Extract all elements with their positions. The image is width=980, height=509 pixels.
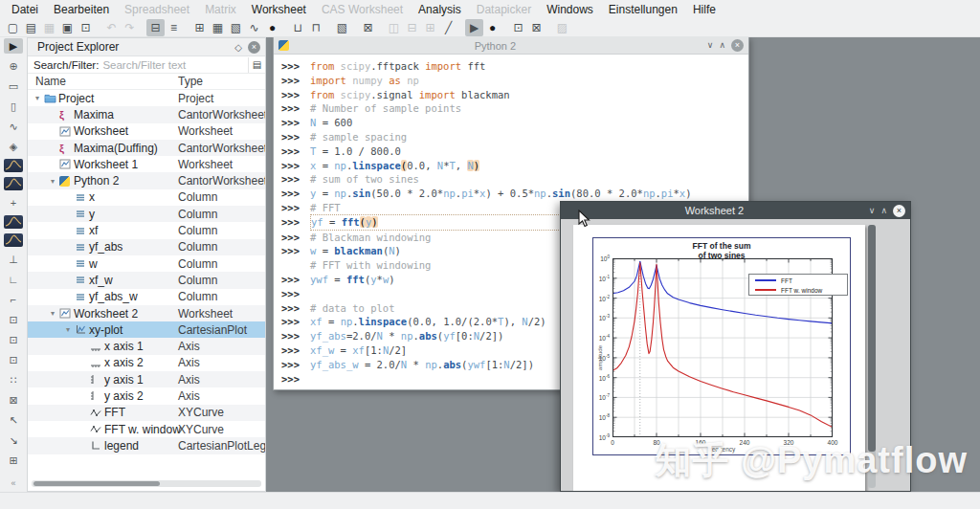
tree-row-python-2[interactable]: ▾Python 2CantorWorksheet xyxy=(28,172,265,188)
collapse-strip-icon[interactable]: « xyxy=(11,478,15,488)
filter-options-button[interactable]: ▤ xyxy=(248,57,265,73)
maximize-icon[interactable]: ∧ xyxy=(719,41,725,50)
zoom-region-3-icon[interactable]: ⊡ xyxy=(4,352,23,367)
menu-einstellungen[interactable]: Einstellungen xyxy=(601,1,685,18)
shift-up-left-icon[interactable]: ↖ xyxy=(4,412,23,428)
project-tree: ▾ProjectProjectξMaximaCantorWorksheetWor… xyxy=(28,90,265,478)
selection-box-icon[interactable]: ⊠ xyxy=(4,392,23,408)
tree-row-w[interactable]: wColumn xyxy=(28,255,265,272)
tree-row-xf-w[interactable]: xf_wColumn xyxy=(28,272,265,288)
cross-arrows-icon[interactable]: + xyxy=(4,195,23,210)
plot-template-2-icon[interactable] xyxy=(4,177,23,190)
scrollbar-thumb[interactable] xyxy=(33,481,160,486)
tree-row-x[interactable]: xColumn xyxy=(28,189,265,206)
zoom-select-icon[interactable]: ⊡ xyxy=(509,19,527,36)
worksheet-window-titlebar[interactable]: Worksheet 2 ∨ ∧ × xyxy=(561,202,910,219)
column-icon xyxy=(75,258,89,269)
shape-tall-rect-icon[interactable]: ▯ xyxy=(4,99,23,114)
expand-arrow-icon[interactable]: ▾ xyxy=(35,94,44,102)
tree-row-fft[interactable]: FFTXYCurve xyxy=(28,405,265,421)
minimize-icon[interactable]: ∨ xyxy=(869,207,876,215)
grid-icon[interactable]: ⊞ xyxy=(4,453,23,468)
tree-row-legend[interactable]: legendCartesianPlotLege... xyxy=(28,437,265,454)
new-matrix-icon[interactable]: ▦ xyxy=(209,19,227,36)
plot-template-3-icon[interactable] xyxy=(4,215,23,229)
zoom-region-1-icon[interactable]: ⊡ xyxy=(4,312,23,327)
tree-row-y-axis-2[interactable]: y axis 2Axis xyxy=(28,387,265,404)
tree-row-project[interactable]: ▾ProjectProject xyxy=(28,90,265,106)
tree-row-worksheet-2[interactable]: ▾Worksheet 2Worksheet xyxy=(28,305,265,321)
break-layout-icon[interactable]: ╱ xyxy=(439,19,457,36)
tree-row-xy-plot[interactable]: ▾xy-plotCartesianPlot xyxy=(28,321,265,338)
print-preview-icon[interactable]: ⊡ xyxy=(77,19,95,36)
import-data-icon[interactable]: ⊓ xyxy=(307,19,325,36)
expand-arrow-icon[interactable]: ▾ xyxy=(51,177,59,186)
select-mode-icon[interactable]: ▶ xyxy=(465,19,483,36)
new-notes-icon[interactable]: ∿ xyxy=(245,19,263,36)
tree-row-yf-abs[interactable]: yf_absColumn xyxy=(28,239,265,255)
column-header-type[interactable]: Type xyxy=(178,75,203,88)
menu-analysis[interactable]: Analysis xyxy=(411,1,469,18)
column-header-name[interactable]: Name xyxy=(28,75,66,88)
zoom-region-2-icon[interactable]: ⊡ xyxy=(4,332,23,347)
zoom-mode-icon[interactable]: ● xyxy=(483,19,501,36)
new-spreadsheet-icon[interactable]: ⊞ xyxy=(190,19,209,36)
float-panel-icon[interactable]: ◇ xyxy=(234,42,242,53)
tree-row-maxima-duffing[interactable]: ξMaxima(Duffing)CantorWorksheet xyxy=(28,140,265,156)
tree-row-fft-w-window[interactable]: FFT w. windowXYCurve xyxy=(28,421,265,437)
new-folder-icon[interactable]: ⊔ xyxy=(289,19,307,36)
tree-row-x-axis-1[interactable]: x axis 1Axis xyxy=(28,338,265,354)
fit-to-page-icon[interactable]: ⊠ xyxy=(359,19,377,36)
axis-corner-icon[interactable]: ∟ xyxy=(4,272,23,287)
menu-windows[interactable]: Windows xyxy=(539,1,601,18)
zoom-fit-selection-icon[interactable]: ⊠ xyxy=(527,19,546,36)
new-plot-area-icon[interactable]: ▧ xyxy=(333,19,351,36)
menu-worksheet[interactable]: Worksheet xyxy=(244,1,314,18)
print-icon[interactable]: ▣ xyxy=(58,19,77,36)
new-datapicker-icon[interactable]: ● xyxy=(263,19,281,36)
toggle-properties-explorer-icon[interactable]: ≡ xyxy=(165,19,183,36)
y-tick-label: 10-4 xyxy=(593,334,610,342)
horizontal-scrollbar[interactable] xyxy=(32,480,261,487)
plot-template-1-icon[interactable] xyxy=(4,159,23,172)
expand-arrow-icon[interactable]: ▾ xyxy=(66,325,75,334)
tree-row-yf-abs-w[interactable]: yf_abs_wColumn xyxy=(28,289,265,305)
axis-left-icon[interactable]: ⌐ xyxy=(4,292,23,307)
close-panel-button[interactable]: × xyxy=(248,41,260,54)
menu-hilfe[interactable]: Hilfe xyxy=(685,1,724,18)
shape-rect-icon[interactable]: ▭ xyxy=(4,78,23,94)
tree-row-y-axis-1[interactable]: y axis 1Axis xyxy=(28,371,265,387)
close-icon[interactable]: × xyxy=(731,39,744,52)
tree-row-worksheet-1[interactable]: Worksheet 1Worksheet xyxy=(28,156,265,172)
tree-row-x-axis-2[interactable]: x axis 2Axis xyxy=(28,355,265,371)
scrollbar-thumb[interactable] xyxy=(868,225,876,452)
menu-bearbeiten[interactable]: Bearbeiten xyxy=(46,1,117,18)
x-tick-label: 0 xyxy=(602,439,623,446)
python-window-titlebar[interactable]: Python 2 ∨ ∧ × xyxy=(274,37,748,55)
crosshair-icon[interactable]: ⊕ xyxy=(4,58,23,74)
minimize-icon[interactable]: ∨ xyxy=(707,41,714,50)
dots-grid-icon[interactable]: ∷ xyxy=(4,372,23,387)
gem-icon[interactable]: ◈ xyxy=(4,139,23,154)
menu-datei[interactable]: Datei xyxy=(4,1,46,18)
tree-row-maxima[interactable]: ξMaximaCantorWorksheet xyxy=(28,106,265,122)
cursor-select-icon[interactable]: ▶ xyxy=(4,38,23,54)
console-prompt: >>> xyxy=(281,301,310,316)
expand-arrow-icon[interactable]: ▾ xyxy=(51,309,59,318)
toggle-project-explorer-icon[interactable]: ⊟ xyxy=(146,19,165,36)
tree-row-worksheet[interactable]: WorksheetWorksheet xyxy=(28,123,265,140)
tree-row-xf[interactable]: xfColumn xyxy=(28,222,265,238)
shift-down-right-icon[interactable]: ↘ xyxy=(4,432,23,448)
axis-bottom-icon[interactable]: ⊥ xyxy=(4,252,23,267)
tree-row-y[interactable]: yColumn xyxy=(28,206,265,222)
open-project-icon[interactable]: ▤ xyxy=(22,19,40,36)
plot-template-4-icon[interactable] xyxy=(4,233,23,247)
cartesian-plot[interactable]: FFT of the sum of two sines 10010-110-21… xyxy=(592,237,851,455)
maximize-icon[interactable]: ∧ xyxy=(880,207,887,215)
new-project-icon[interactable]: ▢ xyxy=(4,19,22,36)
new-worksheet-icon[interactable]: ▧ xyxy=(227,19,245,36)
plot-legend[interactable]: FFTFFT w. window xyxy=(748,274,848,296)
search-filter-input[interactable] xyxy=(99,59,248,71)
curve-tool-icon[interactable]: ∿ xyxy=(4,119,23,134)
close-icon[interactable]: × xyxy=(893,205,905,217)
